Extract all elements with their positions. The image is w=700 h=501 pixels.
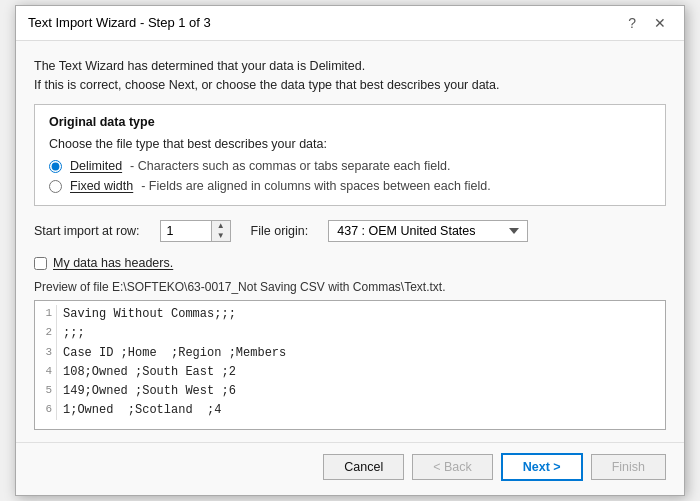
spinner-buttons: ▲ ▼ (211, 221, 230, 241)
delimited-label[interactable]: Delimited (70, 159, 122, 173)
line-content: 149;Owned ;South West ;6 (63, 382, 236, 401)
preview-label: Preview of file E:\SOFTEKO\63-0017_Not S… (34, 280, 666, 294)
data-type-section: Original data type Choose the file type … (34, 104, 666, 206)
delimited-label-text: Delimited (70, 159, 122, 173)
delimited-description: - Characters such as commas or tabs sepa… (130, 159, 450, 173)
line-content: 1;Owned ;Scotland ;4 (63, 401, 221, 420)
intro-line2: If this is correct, choose Next, or choo… (34, 76, 666, 95)
help-button[interactable]: ? (622, 14, 642, 32)
start-row-input[interactable] (161, 221, 211, 241)
spinner-down-button[interactable]: ▼ (212, 231, 230, 241)
choose-label: Choose the file type that best describes… (49, 137, 651, 151)
file-origin-label: File origin: (251, 224, 309, 238)
preview-box[interactable]: 1Saving Without Commas;;;2;;;3Case ID ;H… (34, 300, 666, 430)
finish-button[interactable]: Finish (591, 454, 666, 480)
back-button[interactable]: < Back (412, 454, 493, 480)
close-button[interactable]: ✕ (648, 14, 672, 32)
fixed-width-option: Fixed width - Fields are aligned in colu… (49, 179, 651, 193)
line-number: 5 (37, 382, 57, 401)
line-number: 6 (37, 401, 57, 420)
preview-line: 5149;Owned ;South West ;6 (35, 382, 665, 401)
headers-label[interactable]: My data has headers. (53, 256, 173, 270)
dialog-body: The Text Wizard has determined that your… (16, 41, 684, 443)
headers-label-text: My data has headers. (53, 256, 173, 270)
row-settings: Start import at row: ▲ ▼ File origin: 43… (34, 220, 666, 242)
file-origin-select[interactable]: 437 : OEM United States 65001 : Unicode … (328, 220, 528, 242)
title-bar: Text Import Wizard - Step 1 of 3 ? ✕ (16, 6, 684, 41)
line-content: 108;Owned ;South East ;2 (63, 363, 236, 382)
start-row-label: Start import at row: (34, 224, 140, 238)
preview-section: Preview of file E:\SOFTEKO\63-0017_Not S… (34, 280, 666, 430)
dialog-title: Text Import Wizard - Step 1 of 3 (28, 15, 211, 30)
start-row-spinner: ▲ ▼ (160, 220, 231, 242)
section-title: Original data type (49, 115, 651, 129)
fixed-width-radio[interactable] (49, 180, 62, 193)
spinner-up-button[interactable]: ▲ (212, 221, 230, 231)
fixed-width-label[interactable]: Fixed width (70, 179, 133, 193)
line-number: 4 (37, 363, 57, 382)
next-button[interactable]: Next > (501, 453, 583, 481)
headers-checkbox-row: My data has headers. (34, 256, 666, 270)
headers-checkbox[interactable] (34, 257, 47, 270)
fixed-width-description: - Fields are aligned in columns with spa… (141, 179, 491, 193)
delimited-radio[interactable] (49, 160, 62, 173)
line-content: Saving Without Commas;;; (63, 305, 236, 324)
delimited-option: Delimited - Characters such as commas or… (49, 159, 651, 173)
preview-line: 4108;Owned ;South East ;2 (35, 363, 665, 382)
preview-line: 1Saving Without Commas;;; (35, 305, 665, 324)
file-origin-wrapper: 437 : OEM United States 65001 : Unicode … (328, 220, 528, 242)
text-import-wizard-dialog: Text Import Wizard - Step 1 of 3 ? ✕ The… (15, 5, 685, 497)
cancel-button[interactable]: Cancel (323, 454, 404, 480)
preview-line: 61;Owned ;Scotland ;4 (35, 401, 665, 420)
intro-text: The Text Wizard has determined that your… (34, 57, 666, 95)
title-bar-controls: ? ✕ (622, 14, 672, 32)
line-number: 3 (37, 344, 57, 363)
radio-group: Delimited - Characters such as commas or… (49, 159, 651, 193)
line-content: Case ID ;Home ;Region ;Members (63, 344, 286, 363)
line-number: 2 (37, 324, 57, 343)
preview-line: 2;;; (35, 324, 665, 343)
line-content: ;;; (63, 324, 85, 343)
fixed-width-label-text: Fixed width (70, 179, 133, 193)
line-number: 1 (37, 305, 57, 324)
dialog-footer: Cancel < Back Next > Finish (16, 442, 684, 495)
intro-line1: The Text Wizard has determined that your… (34, 57, 666, 76)
preview-line: 3Case ID ;Home ;Region ;Members (35, 344, 665, 363)
